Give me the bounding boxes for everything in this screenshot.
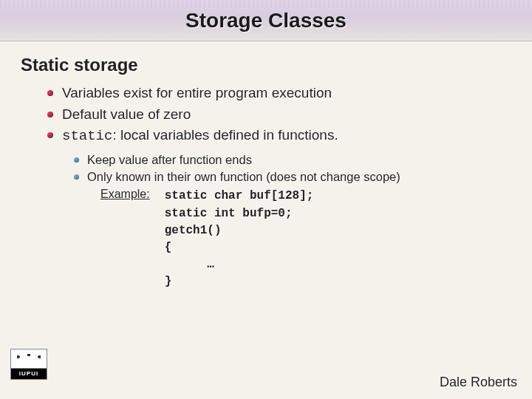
title-bar: Storage Classes [0,0,532,41]
example-block: Example: static char buf[128]; static in… [100,188,511,290]
list-item: Keep value after function ends [74,151,511,169]
section-heading: Static storage [21,55,511,75]
slide-title: Storage Classes [185,9,347,33]
list-item: Only known in their own function (does n… [74,168,511,186]
logo-text: IUPUI [11,369,47,379]
list-item: Variables exist for entire program execu… [47,83,511,104]
code-keyword: static [62,128,112,144]
iupui-logo: IUPUI [10,349,47,380]
content-area: Static storage Variables exist for entir… [0,41,532,290]
list-item: Default value of zero [47,104,511,126]
bullet-list-level2: Keep value after function ends Only know… [74,151,511,187]
logo-graphic [11,349,47,369]
code-block: static char buf[128]; static int bufp=0;… [165,188,314,290]
author-name: Dale Roberts [440,375,517,390]
example-label: Example: [100,188,150,201]
bullet-list-level1: Variables exist for entire program execu… [47,83,511,147]
list-item-text: : local variables defined in functions. [112,127,338,143]
list-item: static: local variables defined in funct… [47,125,511,147]
